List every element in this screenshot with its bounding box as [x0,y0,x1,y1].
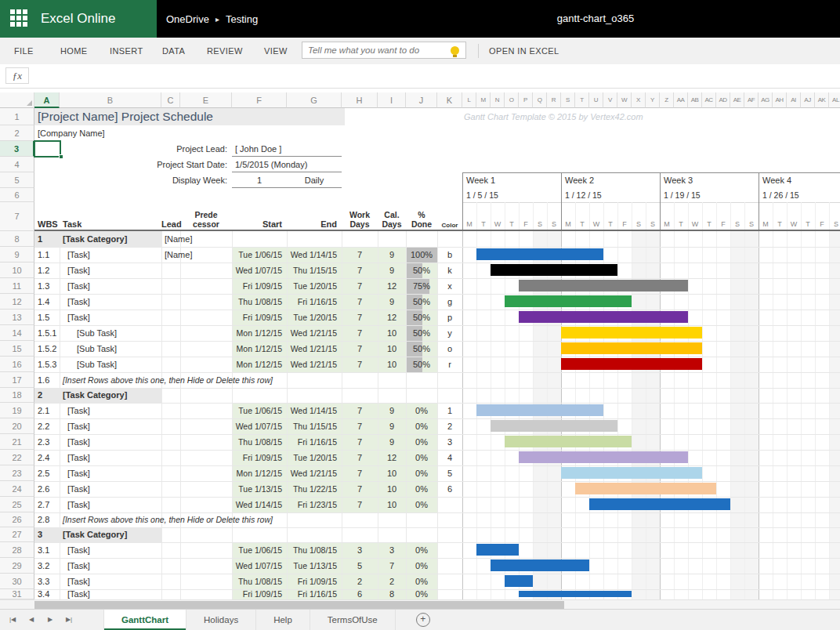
day-letter[interactable]: T [801,219,815,230]
cell-task[interactable]: [Task] [67,310,161,325]
cell-start[interactable]: Mon 1/12/15 [234,325,282,341]
gantt-bar[interactable] [476,248,603,260]
day-letter[interactable]: W [787,219,801,230]
ribbon-tab-home[interactable]: HOME [60,38,88,64]
cell-end[interactable]: Wed 1/21/15 [288,325,337,341]
cell-work-days[interactable]: 7 [342,325,378,341]
col-header-S[interactable]: S [561,92,575,108]
ribbon-tab-insert[interactable]: INSERT [110,38,143,64]
ribbon-tab-review[interactable]: REVIEW [207,38,243,64]
selection-fill-handle[interactable] [59,154,63,159]
cell-end[interactable]: Wed 1/14/15 [288,247,337,262]
col-header-I[interactable]: I [378,92,406,108]
cell-start[interactable]: Wed 1/07/15 [234,558,282,574]
col-header-AA[interactable]: AA [674,92,688,108]
cell-cal-days[interactable]: 9 [378,403,406,418]
cell-lead[interactable]: [Name] [165,247,227,262]
add-sheet-button[interactable]: + [416,613,430,627]
col-header-AF[interactable]: AF [744,92,759,108]
sheet-title[interactable]: [Project Name] Project Schedule [38,108,429,125]
day-letter[interactable]: F [519,219,533,230]
day-letter[interactable]: T [603,219,617,230]
cell-pct-done[interactable]: 0% [406,403,437,418]
day-letter[interactable]: T [702,219,716,230]
cell-cal-days[interactable]: 7 [378,558,406,574]
fx-button[interactable]: ƒx [5,67,29,84]
cell-end[interactable]: Tue 1/20/15 [288,310,337,325]
col-header-B[interactable]: B [60,92,161,108]
cell-work-days[interactable]: 7 [342,247,378,262]
cell-color-code[interactable]: x [437,278,462,294]
cell-work-days[interactable]: 7 [342,278,378,294]
cell-cal-days[interactable]: 9 [378,434,406,450]
sheet-tab-holidays[interactable]: Holidays [186,610,256,630]
cell-cal-days[interactable]: 9 [378,262,406,278]
cell-cal-days[interactable]: 12 [378,310,406,325]
cell-task[interactable]: [Sub Task] [77,325,171,341]
day-letter[interactable]: S [547,219,561,230]
info-value[interactable]: 1 [232,172,287,188]
cell-end[interactable]: Wed 1/14/15 [288,403,337,418]
cell-task[interactable]: [Task] [67,278,161,294]
day-letter[interactable]: S [730,219,744,230]
cell-end[interactable]: Thu 1/15/15 [288,418,337,434]
cell-task[interactable]: [Task] [67,497,161,512]
cell-end[interactable]: Tue 1/13/15 [288,558,337,574]
col-header-L[interactable]: L [462,92,476,108]
col-header-AK[interactable]: AK [815,92,829,108]
header-predecessor[interactable]: Prede cessor [180,210,232,230]
cell-color-code[interactable]: r [437,357,462,372]
header-end[interactable]: End [287,218,337,230]
cell-cal-days[interactable]: 10 [378,357,406,372]
last-sheet-button[interactable]: ▶| [60,610,78,630]
col-header-A[interactable]: A [34,92,60,108]
cell-work-days[interactable]: 7 [342,481,378,497]
cell-pct-done[interactable]: 0% [406,558,437,574]
cell-end[interactable]: Wed 1/21/15 [288,465,337,481]
cell-end[interactable]: Thu 1/22/15 [288,481,337,497]
row-header-1[interactable]: 1 [0,108,34,125]
cell-task[interactable]: [Task] [67,450,161,465]
cell-start[interactable]: Wed 1/07/15 [234,418,282,434]
day-letter[interactable]: S [632,219,646,230]
cell-pct-done[interactable]: 100% [406,247,437,262]
cell-pct-done[interactable]: 50% [406,357,437,372]
row-header-28[interactable]: 28 [0,542,34,558]
gantt-bar[interactable] [505,575,533,587]
row-header-27[interactable]: 27 [0,527,34,542]
header-task[interactable]: Task [63,218,110,230]
cell-color-code[interactable]: 1 [437,403,462,418]
row-header-20[interactable]: 20 [0,418,34,434]
row-header-18[interactable]: 18 [0,388,34,403]
row-header-23[interactable]: 23 [0,465,34,481]
col-header-C[interactable]: C [161,92,180,108]
col-header-AC[interactable]: AC [702,92,716,108]
cell-task[interactable]: [Task] [67,294,161,310]
row-header-9[interactable]: 9 [0,247,34,262]
cell-task[interactable]: [Task] [67,247,161,262]
row-header-15[interactable]: 15 [0,341,34,357]
cell-task[interactable]: [Task] [67,481,161,497]
select-all-corner[interactable] [0,92,34,108]
row-header-13[interactable]: 13 [0,310,34,325]
day-letter[interactable]: S [829,219,840,230]
formula-input[interactable] [34,67,834,84]
row-header-22[interactable]: 22 [0,450,34,465]
cell-pct-done[interactable]: 0% [406,418,437,434]
cell-pct-done[interactable]: 0% [406,465,437,481]
cell-pct-done[interactable]: 0% [406,542,437,558]
cell-start[interactable]: Fri 1/09/15 [234,278,282,294]
day-letter[interactable]: F [617,219,632,230]
cell-end[interactable]: Thu 1/08/15 [288,542,337,558]
day-letter[interactable]: S [744,219,759,230]
app-launcher-icon[interactable] [10,9,29,28]
cell-end[interactable]: Fri 1/16/15 [288,589,337,599]
cell-work-days[interactable]: 5 [342,558,378,574]
cell-task[interactable]: [Task] [67,558,161,574]
row-header-4[interactable]: 4 [0,157,34,172]
cell-pct-done[interactable]: 0% [406,574,437,589]
row-header-17[interactable]: 17 [0,372,34,388]
day-letter[interactable]: T [773,219,787,230]
cell-start[interactable]: Thu 1/08/15 [234,294,282,310]
cell-cal-days[interactable]: 8 [378,589,406,599]
